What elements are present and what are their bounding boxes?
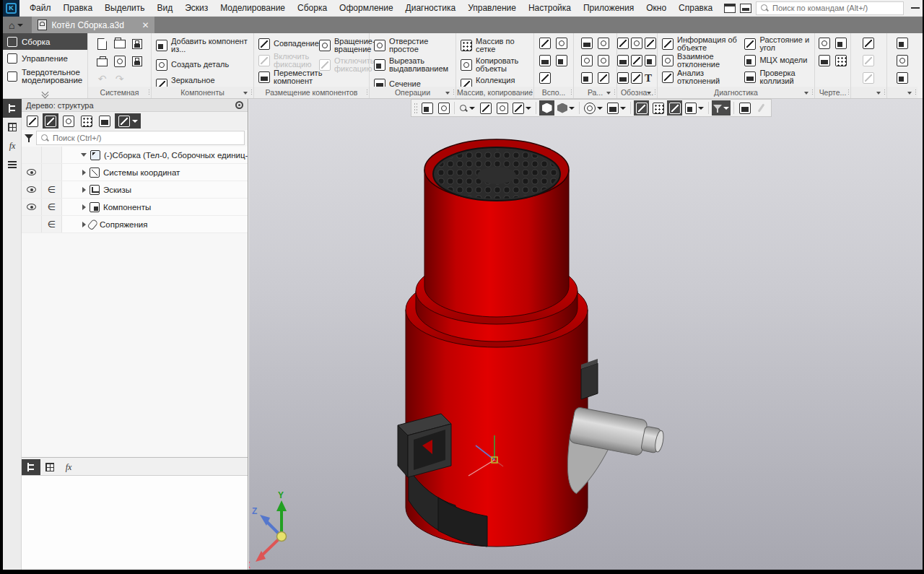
strip-parameters-button[interactable] <box>3 118 22 136</box>
tree-row-root[interactable]: (-)Сборка (Тел-0, Сборочных единиц-3, Де… <box>22 147 248 164</box>
tree-row-components[interactable]: ∈ Компоненты <box>22 199 248 216</box>
redo-icon[interactable]: ↷ <box>116 74 124 84</box>
dim-linear-icon[interactable] <box>581 38 593 49</box>
mass-properties-button[interactable]: МЦХ модели <box>743 52 811 69</box>
designation-leader-icon[interactable] <box>645 38 656 49</box>
designation-section-icon[interactable] <box>617 72 629 84</box>
group-grip-icon[interactable] <box>811 89 814 96</box>
screen-layout-icon[interactable] <box>740 4 751 13</box>
zoom-tools-button[interactable] <box>458 100 476 116</box>
add-component-button[interactable]: Добавить компонент из... <box>154 35 250 55</box>
designation-position-icon[interactable] <box>631 55 642 66</box>
tree-mode-levels-button[interactable] <box>25 113 40 129</box>
local-cs-icon[interactable] <box>556 55 567 66</box>
bottom-tab-variables[interactable]: fx <box>59 459 78 475</box>
wireframe-display-button[interactable] <box>556 100 576 116</box>
clip-view-button[interactable] <box>634 100 649 116</box>
dim-leader-icon[interactable] <box>581 72 593 84</box>
tree-relations-button[interactable] <box>61 113 77 129</box>
tree-display-options-button[interactable] <box>115 113 141 129</box>
object-info-button[interactable]: Информация об объекте <box>661 35 743 52</box>
designation-roughness-icon[interactable] <box>617 38 629 49</box>
home-button[interactable]: ⌂ <box>3 17 29 33</box>
dim-diameter-icon[interactable] <box>598 55 609 66</box>
perforated-top-plate[interactable] <box>433 147 560 201</box>
tree-mode-structure-button[interactable] <box>43 113 58 129</box>
deviation-analysis-button[interactable]: Анализ отклонений <box>661 69 743 86</box>
mutual-deviation-button[interactable]: Взаимное отклонение <box>661 52 743 69</box>
dim-radial-icon[interactable] <box>598 38 609 49</box>
new-document-icon[interactable] <box>97 38 107 50</box>
menu-settings[interactable]: Настройка <box>528 3 571 13</box>
tree-row-sketches[interactable]: ∈ Эскизы <box>22 181 248 199</box>
group-grip-icon[interactable] <box>884 89 886 96</box>
add-feature-icon[interactable] <box>897 38 908 49</box>
visibility-eye-icon[interactable] <box>27 186 36 193</box>
dim-aux-icon[interactable] <box>598 72 609 84</box>
menu-sketch[interactable]: Эскиз <box>185 3 208 13</box>
drawing-fragment-icon[interactable] <box>819 55 830 66</box>
mode-solid-modeling[interactable]: Твердотельное моделирование <box>3 66 87 87</box>
distance-angle-button[interactable]: Расстояние и угол <box>743 35 811 52</box>
filter-objects-button[interactable] <box>712 100 731 116</box>
copy-objects-button[interactable]: Копировать объекты <box>459 55 531 74</box>
command-search-input[interactable] <box>772 4 899 12</box>
undo-icon[interactable]: ↶ <box>98 74 107 84</box>
sketch-plane-button[interactable] <box>684 100 705 116</box>
expander-icon[interactable] <box>81 153 87 157</box>
dim-angular-icon[interactable] <box>581 55 593 66</box>
cut-extrude-button[interactable]: Вырезать выдавливанием <box>372 55 453 74</box>
expander-icon[interactable] <box>82 187 86 193</box>
group-grip-icon[interactable] <box>531 89 533 96</box>
visibility-eye-icon[interactable] <box>27 169 36 175</box>
menu-window[interactable]: Окно <box>646 3 666 13</box>
filter-icon[interactable] <box>25 134 33 142</box>
drawing-views-icon[interactable] <box>819 38 830 49</box>
drawing-layout-icon[interactable] <box>835 38 847 49</box>
sketch-exit-button[interactable] <box>436 100 451 116</box>
image-quality-button[interactable] <box>606 100 627 116</box>
gear-icon[interactable] <box>235 101 243 109</box>
tree-row-mates[interactable]: ∈ Сопряжения <box>22 216 248 233</box>
menu-select[interactable]: Выделить <box>105 3 144 13</box>
menu-applications[interactable]: Приложения <box>583 3 634 13</box>
rotation-rotation-button[interactable]: Вращение-вращение <box>318 35 372 55</box>
view-axes-button[interactable] <box>511 100 533 116</box>
tree-layers-button[interactable] <box>97 113 113 129</box>
hidden-lines-button[interactable] <box>583 100 604 116</box>
group-menu-caret[interactable] <box>804 92 808 95</box>
menu-modeling[interactable]: Моделирование <box>220 3 285 13</box>
group-grip-icon[interactable] <box>250 89 253 96</box>
menu-assembly[interactable]: Сборка <box>297 3 327 13</box>
tree-row-coordinate-systems[interactable]: Системы координат <box>22 164 248 181</box>
strip-variables-button[interactable]: fx <box>3 136 22 155</box>
strip-tree-button[interactable] <box>3 99 22 118</box>
group-grip-icon[interactable] <box>570 89 572 96</box>
bottom-tab-parameters[interactable] <box>40 459 59 475</box>
side-bracket[interactable] <box>581 359 598 399</box>
save-as-icon[interactable] <box>132 56 142 66</box>
move-component-button[interactable]: Переместить компонент <box>257 69 318 86</box>
aux-axis-icon[interactable] <box>539 72 551 84</box>
expander-icon[interactable] <box>82 204 86 210</box>
minimize-icon[interactable] <box>911 7 920 9</box>
section-view-button[interactable] <box>667 100 682 116</box>
menu-edit[interactable]: Правка <box>64 3 93 13</box>
menu-diagnostics[interactable]: Диагностика <box>406 3 456 13</box>
workbench-button[interactable] <box>737 100 752 116</box>
designation-datum-icon[interactable] <box>645 55 656 66</box>
visibility-eye-icon[interactable] <box>27 204 36 210</box>
menu-file[interactable]: Файл <box>30 3 51 13</box>
open-document-icon[interactable] <box>114 40 126 48</box>
hatch-door[interactable] <box>398 414 451 477</box>
viewport-3d[interactable]: Y Z X <box>249 99 923 570</box>
collision-check-button[interactable]: Проверка коллизий <box>743 69 811 86</box>
group-menu-caret[interactable] <box>606 92 611 95</box>
text-tool-icon[interactable]: T <box>645 72 657 88</box>
rotate-view-button[interactable] <box>494 100 510 116</box>
expander-icon[interactable] <box>82 170 86 175</box>
included-marker[interactable]: ∈ <box>48 219 56 230</box>
included-marker[interactable]: ∈ <box>48 201 56 212</box>
group-grip-icon[interactable] <box>654 89 656 96</box>
group-menu-caret[interactable] <box>445 92 450 95</box>
